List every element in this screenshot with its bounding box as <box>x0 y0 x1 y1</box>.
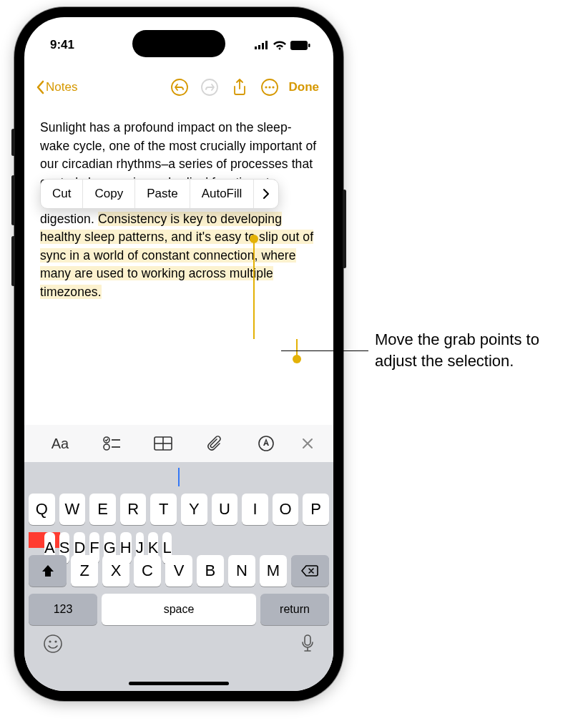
chevron-right-icon <box>263 188 270 200</box>
svg-point-10 <box>268 86 270 88</box>
key-t[interactable]: T <box>150 494 177 525</box>
key-y[interactable]: Y <box>181 494 207 525</box>
selection-end-handle[interactable] <box>293 355 301 363</box>
wifi-icon <box>273 41 286 50</box>
chevron-left-icon <box>36 80 44 94</box>
emoji-icon <box>43 634 63 654</box>
selection-end-handle-bar[interactable] <box>296 339 298 356</box>
callout-line <box>281 350 368 351</box>
selection-start-handle[interactable] <box>250 235 258 243</box>
delete-key[interactable] <box>291 555 329 587</box>
table-button[interactable] <box>137 436 189 451</box>
svg-rect-2 <box>262 43 264 49</box>
markup-icon <box>258 436 274 451</box>
cellular-icon <box>255 41 269 49</box>
close-icon <box>301 437 314 450</box>
space-key[interactable]: space <box>102 594 256 625</box>
key-r[interactable]: R <box>120 494 147 525</box>
copy-button[interactable]: Copy <box>83 180 135 208</box>
undo-button[interactable] <box>166 74 193 101</box>
edit-menu: Cut Copy Paste AutoFill <box>40 179 279 209</box>
shift-key[interactable] <box>29 555 67 587</box>
note-text: Sunlight has a profound impact on the sl… <box>40 120 316 226</box>
key-i[interactable]: I <box>242 494 268 525</box>
svg-rect-0 <box>255 46 257 49</box>
svg-rect-4 <box>290 41 308 50</box>
svg-point-22 <box>54 640 57 642</box>
key-z[interactable]: Z <box>71 555 98 587</box>
iphone-frame: 9:41 Notes <box>14 7 343 701</box>
delete-icon <box>301 564 318 577</box>
svg-rect-23 <box>305 635 310 645</box>
notes-toolbar: Notes Done <box>24 72 333 103</box>
key-n[interactable]: N <box>228 555 255 587</box>
svg-point-20 <box>44 635 62 652</box>
table-icon <box>154 436 172 451</box>
svg-point-11 <box>272 86 274 88</box>
keyboard-footer <box>29 631 329 657</box>
key-u[interactable]: U <box>212 494 238 525</box>
home-indicator[interactable] <box>129 682 229 685</box>
mic-icon <box>300 634 315 654</box>
format-bar: Aa <box>24 425 333 462</box>
key-row-2: A S D F G H J K L <box>29 532 60 548</box>
dynamic-island <box>132 30 225 57</box>
key-q[interactable]: Q <box>29 494 55 525</box>
share-button[interactable] <box>226 74 253 101</box>
screen: 9:41 Notes <box>24 17 333 691</box>
ellipsis-circle-icon <box>260 78 279 97</box>
back-label: Notes <box>46 80 77 94</box>
autofill-button[interactable]: AutoFill <box>190 180 255 208</box>
redo-icon <box>200 78 219 97</box>
more-button[interactable] <box>256 74 283 101</box>
cut-button[interactable]: Cut <box>41 180 83 208</box>
svg-point-9 <box>265 86 267 88</box>
key-e[interactable]: E <box>89 494 116 525</box>
key-row-3: Z X C V B N M <box>29 555 329 587</box>
note-body[interactable]: Sunlight has a profound impact on the sl… <box>24 112 333 425</box>
numeric-key[interactable]: 123 <box>29 594 97 625</box>
return-key[interactable]: return <box>260 594 329 625</box>
attachment-button[interactable] <box>189 435 240 452</box>
suggestion-bar[interactable] <box>29 468 329 494</box>
paste-button[interactable]: Paste <box>135 180 190 208</box>
key-row-1: Q W E R T Y U I O P <box>29 494 329 525</box>
key-w[interactable]: W <box>59 494 86 525</box>
done-button[interactable]: Done <box>286 80 323 94</box>
svg-rect-1 <box>258 45 260 49</box>
key-v[interactable]: V <box>165 555 192 587</box>
edit-menu-more[interactable] <box>254 180 278 208</box>
volume-down <box>11 236 15 286</box>
redo-button[interactable] <box>196 74 223 101</box>
dictation-button[interactable] <box>300 634 315 657</box>
key-b[interactable]: B <box>197 555 224 587</box>
key-x[interactable]: X <box>102 555 129 587</box>
svg-rect-5 <box>308 44 310 47</box>
checklist-icon <box>103 436 120 451</box>
keyboard: Q W E R T Y U I O P A S D F G H J K L <box>24 462 333 691</box>
selection-start-handle-bar[interactable] <box>253 240 255 339</box>
svg-rect-3 <box>265 41 268 49</box>
emoji-button[interactable] <box>43 634 63 657</box>
format-bar-close[interactable] <box>292 437 323 450</box>
battery-icon <box>290 41 310 50</box>
svg-point-14 <box>104 444 109 450</box>
key-c[interactable]: C <box>134 555 161 587</box>
silence-switch <box>11 129 15 156</box>
paperclip-icon <box>207 435 222 452</box>
key-row-bottom: 123 space return <box>29 594 329 625</box>
back-button[interactable]: Notes <box>36 80 77 94</box>
shift-icon <box>41 564 55 577</box>
markup-button[interactable] <box>240 436 292 451</box>
key-m[interactable]: M <box>260 555 287 587</box>
checklist-button[interactable] <box>86 436 137 451</box>
callout-text: Move the grab points to adjust the selec… <box>375 329 582 371</box>
status-time: 9:41 <box>50 38 74 52</box>
volume-up <box>11 175 15 225</box>
share-icon <box>232 78 248 97</box>
svg-point-21 <box>49 640 51 642</box>
undo-icon <box>170 78 189 97</box>
text-style-button[interactable]: Aa <box>34 436 86 452</box>
key-o[interactable]: O <box>273 494 299 525</box>
key-p[interactable]: P <box>303 494 329 525</box>
